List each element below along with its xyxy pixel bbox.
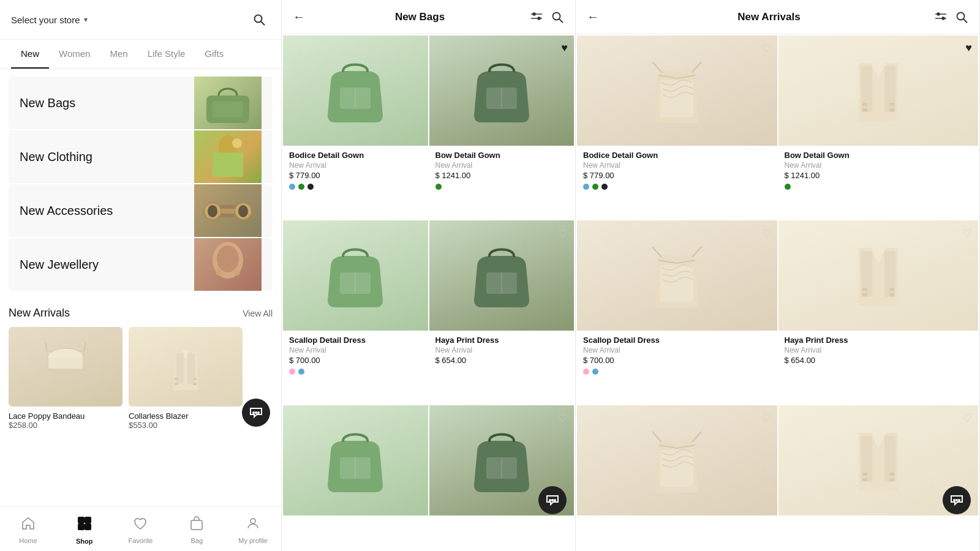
svg-line-42 <box>559 19 563 23</box>
chat-button-left[interactable] <box>242 399 270 427</box>
category-bags-thumb <box>194 77 262 129</box>
category-accessories-thumb <box>194 184 262 237</box>
category-clothing[interactable]: New Clothing <box>9 130 273 183</box>
color-dot <box>289 184 295 190</box>
svg-point-0 <box>255 15 262 23</box>
wishlist-button-2[interactable]: ♡ <box>761 227 771 240</box>
nav-bag[interactable]: Bag <box>168 512 225 549</box>
svg-line-74 <box>652 247 662 257</box>
category-jewellery-label: New Jewellery <box>9 258 194 272</box>
svg-point-36 <box>251 519 255 523</box>
svg-point-11 <box>208 205 217 217</box>
color-dot <box>298 369 304 375</box>
wishlist-button-0[interactable]: ♡ <box>412 42 422 55</box>
svg-point-14 <box>217 246 239 272</box>
svg-rect-34 <box>85 524 91 530</box>
svg-point-30 <box>257 411 260 414</box>
product-card-1: ♥ Bow Detail Gown New Arrival $ 1241.00 <box>429 36 575 219</box>
arrival-image-0 <box>9 327 123 407</box>
right-filter-button[interactable] <box>934 10 948 24</box>
svg-line-63 <box>963 19 967 23</box>
color-dots-2 <box>577 369 777 375</box>
color-dot <box>601 184 608 190</box>
wishlist-button-5[interactable]: ♡ <box>558 411 568 425</box>
store-selector[interactable]: Select your store ▾ <box>11 15 88 25</box>
svg-rect-81 <box>862 293 867 296</box>
product-name-0: Bodice Detail Gown <box>283 151 428 160</box>
arrival-card-1[interactable]: Collarless Blazer $553.00 <box>129 327 243 430</box>
category-accessories-label: New Accessories <box>9 204 194 218</box>
svg-rect-92 <box>889 473 894 476</box>
category-list: New Bags New Clothing New Acc <box>0 69 281 298</box>
wishlist-button-4[interactable]: ♡ <box>761 411 771 425</box>
product-image-4: ♡ <box>283 405 428 515</box>
nav-shop[interactable]: Shop <box>56 512 113 549</box>
nav-favorite[interactable]: Favorite <box>113 512 169 549</box>
color-dot <box>583 369 589 375</box>
nav-bag-label: Bag <box>191 537 203 544</box>
svg-rect-72 <box>889 103 894 106</box>
svg-point-94 <box>953 499 956 501</box>
wishlist-button-3[interactable]: ♡ <box>962 227 972 240</box>
wishlist-button-1[interactable]: ♥ <box>561 42 568 54</box>
wishlist-button-5[interactable]: ♡ <box>962 411 972 425</box>
color-dot <box>298 184 304 190</box>
svg-rect-25 <box>175 383 178 385</box>
arrival-image-1 <box>129 327 243 407</box>
middle-filter-button[interactable] <box>530 10 543 24</box>
wishlist-button-2[interactable]: ♡ <box>412 227 422 240</box>
category-jewellery[interactable]: New Jewellery <box>9 238 273 291</box>
wishlist-button-3[interactable]: ♡ <box>558 227 568 240</box>
product-subtitle-3: New Arrival <box>429 346 575 354</box>
heart-icon <box>133 516 148 534</box>
svg-line-65 <box>692 62 701 72</box>
category-accessories[interactable]: New Accessories <box>9 184 273 237</box>
tab-lifestyle[interactable]: Life Style <box>138 40 195 69</box>
nav-home[interactable]: Home <box>0 512 56 549</box>
product-image-1: ♥ <box>429 36 575 146</box>
svg-line-19 <box>84 342 86 351</box>
product-card-2: ♡ Scallop Detail Dress New Arrival $ 700… <box>577 220 777 404</box>
right-header: ← New Arrivals <box>576 0 979 34</box>
svg-rect-24 <box>175 378 178 380</box>
svg-rect-33 <box>78 524 84 530</box>
svg-point-29 <box>255 411 257 414</box>
view-all-button[interactable]: View All <box>243 309 273 318</box>
svg-rect-35 <box>191 520 202 530</box>
search-button[interactable] <box>248 9 270 31</box>
bag-icon <box>189 516 204 534</box>
tab-men[interactable]: Men <box>100 40 137 69</box>
product-subtitle-0: New Arrival <box>283 161 428 170</box>
category-bags[interactable]: New Bags <box>9 77 273 129</box>
product-card-0: ♡ Bodice Detail Gown New Arrival $ 779.0… <box>283 36 428 219</box>
nav-profile[interactable]: My profile <box>225 512 281 549</box>
product-subtitle-2: New Arrival <box>283 346 428 354</box>
product-image-3: ♡ <box>429 220 575 331</box>
right-search-button[interactable] <box>955 10 968 24</box>
wishlist-button-4[interactable]: ♡ <box>412 411 422 425</box>
product-card-4: ♡ <box>283 405 428 550</box>
color-dot <box>785 184 791 190</box>
right-back-button[interactable]: ← <box>587 7 604 26</box>
profile-icon <box>246 516 260 534</box>
shop-icon <box>77 515 92 535</box>
middle-search-button[interactable] <box>551 10 564 24</box>
svg-line-1 <box>261 21 265 25</box>
wishlist-button-0[interactable]: ♡ <box>761 42 771 55</box>
tab-women[interactable]: Women <box>49 40 100 69</box>
product-name-3: Haya Print Dress <box>429 335 575 345</box>
tabs-bar: New Women Men Life Style Gifts <box>0 40 281 69</box>
chat-button-right[interactable] <box>943 486 971 514</box>
product-image-2: ♡ <box>577 220 777 331</box>
svg-point-59 <box>937 13 940 15</box>
new-arrivals-header: New Arrivals View All <box>9 307 273 320</box>
svg-rect-31 <box>78 517 84 523</box>
chat-button-middle[interactable] <box>538 486 567 514</box>
arrival-card-0[interactable]: Lace Poppy Bandeau $258.00 <box>9 327 123 430</box>
wishlist-button-1[interactable]: ♥ <box>965 42 972 54</box>
product-image-3: ♡ <box>778 220 979 331</box>
middle-back-button[interactable]: ← <box>293 7 310 26</box>
tab-gifts[interactable]: Gifts <box>195 40 233 69</box>
tab-new[interactable]: New <box>11 40 49 69</box>
bottom-nav: Home Shop Favorite <box>0 506 281 551</box>
